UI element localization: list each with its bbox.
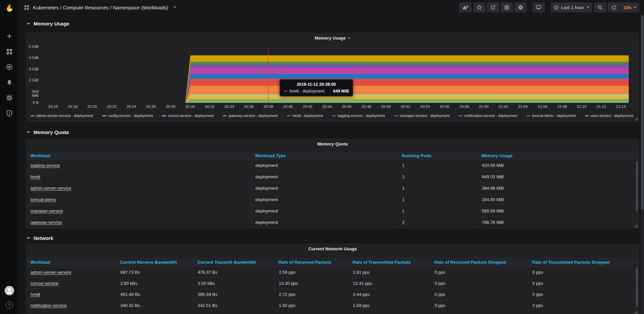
legend-label: consul-service - deployment (168, 114, 214, 118)
column-header[interactable]: Current Transmit Bandwidth (193, 260, 274, 265)
help-icon[interactable]: ? (6, 301, 13, 309)
column-header[interactable]: Rate of Transmitted Packets Dropped (528, 260, 639, 265)
legend-color-dash (102, 115, 106, 116)
panel-title-memory-usage[interactable]: Memory Usage (26, 36, 639, 41)
column-header[interactable]: Workload (26, 260, 116, 265)
legend-item[interactable]: config-service - deployment (102, 114, 153, 118)
cell: 2.59 pps (274, 267, 348, 277)
zoom-out-time-button[interactable] (594, 2, 606, 12)
cell: logging-service (26, 160, 251, 171)
time-range-picker[interactable]: Last 1 hour (551, 2, 593, 12)
add-icon[interactable] (6, 33, 13, 40)
time-range-label: Last 1 hour (561, 5, 584, 10)
column-header[interactable]: Rate of Received Packets (274, 260, 348, 265)
memory-quota-panel: Memory Quota WorkloadWorkload TypeRunnin… (26, 139, 639, 229)
row-memory-usage[interactable]: Memory Usage (26, 20, 639, 27)
column-header[interactable]: Workload (26, 153, 251, 158)
panel-title-text: Current Network Usage (308, 246, 357, 251)
legend-item[interactable]: notification-service - deployment (459, 114, 517, 118)
panel-title-network[interactable]: Current Network Usage (26, 246, 639, 251)
page-title: Kubernetes / Compute Resources / Namespa… (33, 5, 168, 10)
x-tick-label: 20:38 (261, 105, 276, 109)
tooltip-series-dash (284, 91, 287, 91)
star-icon (477, 5, 482, 10)
cell: 0 pps (528, 278, 639, 289)
table-scrollbar[interactable] (636, 267, 638, 307)
grafana-logo[interactable] (0, 0, 18, 16)
workload-link[interactable]: consul-service (31, 281, 58, 286)
workload-link[interactable]: hmdt (31, 292, 40, 297)
user-avatar[interactable] (5, 286, 14, 295)
x-tick-label: 20:22 (104, 105, 119, 109)
legend-item[interactable]: manager-service - deployment (394, 114, 450, 118)
cell: deployment (251, 194, 398, 205)
explore-compass-icon[interactable] (6, 64, 13, 70)
workload-link[interactable]: tomcat-demo (31, 197, 56, 202)
admin-shield-icon[interactable] (6, 110, 13, 117)
refresh-interval-label: 10s (624, 5, 631, 10)
configuration-gear-icon[interactable] (6, 95, 13, 101)
star-dashboard-button[interactable] (473, 2, 485, 12)
table-row: hmdt401.44 Bs365.94 Bs2.72 pps3.44 pps0 … (26, 289, 639, 300)
table-row: gateway-servicedeployment2766.76 MiB (26, 216, 639, 228)
panel-resize-handle[interactable] (635, 224, 638, 227)
cell: hmdt (26, 289, 116, 300)
column-header[interactable]: Memory Usage (478, 153, 639, 158)
workload-link[interactable]: gateway-service (31, 220, 62, 225)
cell: admin-server-service (26, 267, 116, 277)
dashboard-title[interactable]: Kubernetes / Compute Resources / Namespa… (24, 5, 176, 10)
panel-resize-handle[interactable] (635, 310, 638, 313)
cell: 766.76 MiB (478, 217, 639, 228)
chevron-down-icon (348, 38, 351, 40)
x-tick-label: 20:16 (45, 105, 61, 109)
column-header[interactable]: Running Pods (398, 153, 478, 158)
x-tick-label: 20:56 (437, 105, 452, 109)
legend-item[interactable]: consul-service - deployment (162, 114, 214, 118)
legend-item[interactable]: user-service - deployment (585, 114, 633, 118)
cycle-view-mode-button[interactable] (533, 2, 545, 12)
workload-link[interactable]: admin-server-service (31, 270, 71, 275)
page-scrollbar (641, 15, 644, 314)
tooltip-value: 649 MiB (333, 89, 349, 93)
workload-link[interactable]: hmdt (31, 174, 40, 179)
dashboards-grid-icon[interactable] (6, 48, 13, 55)
table-scrollbar[interactable] (636, 161, 638, 211)
legend-item[interactable]: tomcat-demo - deployment (526, 114, 576, 118)
legend-item[interactable]: hmdt - deployment (287, 114, 323, 118)
column-header[interactable]: Current Receive Bandwidth (116, 260, 194, 265)
cell: 2.72 pps (274, 289, 348, 300)
dashboard-settings-button[interactable] (515, 2, 527, 12)
cell: hmdt (26, 171, 251, 182)
cell: 154.80 MiB (478, 194, 639, 205)
section-title: Memory Quota (34, 129, 69, 135)
table-row: admin-server-service897.73 Bs476.37 Bs2.… (26, 266, 639, 277)
legend-item[interactable]: admin-server-service - deployment (31, 114, 93, 118)
column-header[interactable]: Workload Type (251, 153, 398, 158)
legend-color-dash (585, 115, 589, 116)
workload-link[interactable]: admin-server-service (31, 186, 71, 191)
x-tick-label: 21:00 (476, 105, 491, 109)
share-dashboard-button[interactable] (487, 2, 499, 12)
row-network[interactable]: Network (26, 235, 639, 241)
legend-item[interactable]: logging-service - deployment (332, 114, 385, 118)
column-header[interactable]: Rate of Received Packets Dropped (430, 260, 528, 265)
save-dashboard-button[interactable] (501, 2, 513, 12)
workload-link[interactable]: notification-service (31, 303, 67, 308)
column-header[interactable]: Rate of Transmitted Packets (348, 260, 430, 265)
legend-color-dash (332, 115, 336, 116)
table-header-row: WorkloadCurrent Receive BandwidthCurrent… (26, 258, 639, 266)
panel-resize-handle[interactable] (635, 117, 638, 120)
chevron-down-icon (26, 236, 31, 240)
refresh-interval-picker[interactable]: 10s (621, 2, 639, 12)
page-scrollbar-thumb[interactable] (641, 15, 644, 210)
legend-item[interactable]: gateway-service - deployment (223, 114, 277, 118)
refresh-button[interactable] (608, 2, 620, 12)
row-memory-quota[interactable]: Memory Quota (26, 129, 639, 135)
panel-title-memory-quota[interactable]: Memory Quota (26, 141, 639, 146)
add-panel-button[interactable] (459, 2, 472, 12)
workload-link[interactable]: manager-service (31, 208, 63, 213)
workload-link[interactable]: logging-service (31, 163, 60, 168)
cell: deployment (251, 183, 398, 194)
share-icon (490, 5, 496, 10)
alerting-bell-icon[interactable] (6, 79, 13, 86)
